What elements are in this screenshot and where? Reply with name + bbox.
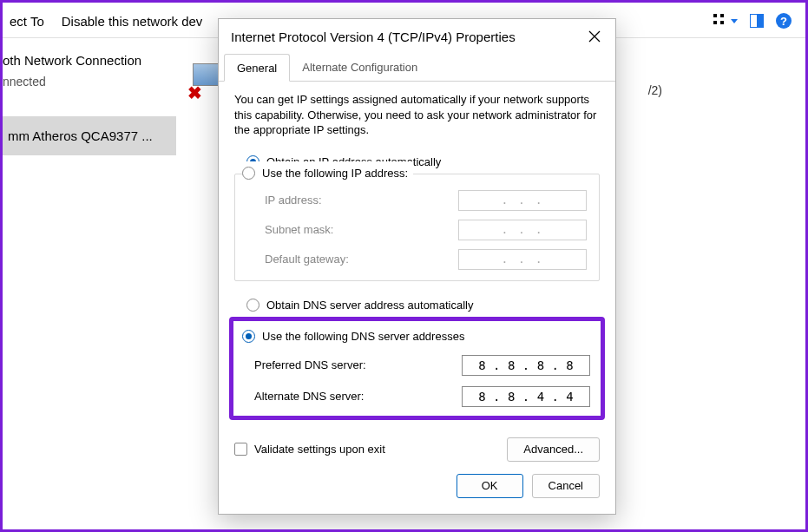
toolbar-disable-device[interactable]: Disable this network dev: [62, 14, 203, 29]
intro-text: You can get IP settings assigned automat…: [234, 92, 600, 138]
chevron-down-icon: [731, 19, 738, 23]
radio-use-ip-manual[interactable]: Use the following IP address:: [242, 161, 413, 185]
ip-address-input: . . .: [458, 190, 587, 211]
alternate-dns-label: Alternate DNS server:: [254, 390, 451, 403]
view-options-button[interactable]: [713, 14, 738, 28]
radio-label: Use the following IP address:: [262, 167, 408, 180]
tab-general[interactable]: General: [224, 54, 290, 82]
dialog-title: Internet Protocol Version 4 (TCP/IPv4) P…: [231, 30, 581, 44]
alternate-dns-input[interactable]: 8 . 8 . 4 . 4: [462, 386, 590, 407]
close-button[interactable]: [581, 23, 608, 50]
subnet-mask-input: . . .: [458, 220, 587, 240]
default-gateway-input: . . .: [458, 249, 587, 270]
help-button[interactable]: ?: [776, 13, 792, 29]
preferred-dns-input[interactable]: 8 . 8 . 8 . 8: [462, 355, 590, 376]
advanced-button[interactable]: Advanced...: [507, 437, 600, 462]
ok-button[interactable]: OK: [457, 474, 523, 498]
radio-use-dns-manual[interactable]: Use the following DNS server addresses: [242, 326, 592, 350]
radio-icon: [242, 167, 255, 180]
toolbar-connect-to[interactable]: ect To: [10, 14, 44, 29]
default-gateway-label: Default gateway:: [265, 253, 448, 266]
radio-obtain-dns-auto[interactable]: Obtain DNS server address automatically: [246, 293, 600, 317]
disconnected-x-icon: ✖: [187, 82, 203, 98]
grid-icon: [713, 14, 727, 28]
preview-pane-button[interactable]: [750, 14, 764, 28]
preferred-dns-label: Preferred DNS server:: [254, 358, 451, 371]
radio-label: Obtain DNS server address automatically: [266, 299, 473, 312]
radio-label: Use the following DNS server addresses: [262, 330, 464, 343]
subnet-mask-label: Subnet mask:: [265, 223, 448, 236]
validate-label: Validate settings upon exit: [254, 443, 385, 456]
tab-alternate-configuration[interactable]: Alternate Configuration: [290, 54, 430, 81]
adapter-list-item[interactable]: mm Atheros QCA9377 ...: [3, 116, 176, 155]
connection-status: nnected: [3, 71, 176, 99]
dns-manual-highlight: Use the following DNS server addresses P…: [229, 317, 605, 420]
close-icon: [588, 30, 601, 43]
radio-icon: [242, 330, 255, 343]
cancel-button[interactable]: Cancel: [532, 474, 600, 498]
page-indicator: /2): [648, 83, 662, 97]
radio-icon: [246, 299, 259, 312]
ipv4-properties-dialog: Internet Protocol Version 4 (TCP/IPv4) P…: [218, 18, 616, 515]
validate-checkbox[interactable]: [234, 443, 247, 456]
connection-name: oth Network Connection: [3, 46, 176, 71]
ip-address-label: IP address:: [265, 194, 448, 207]
